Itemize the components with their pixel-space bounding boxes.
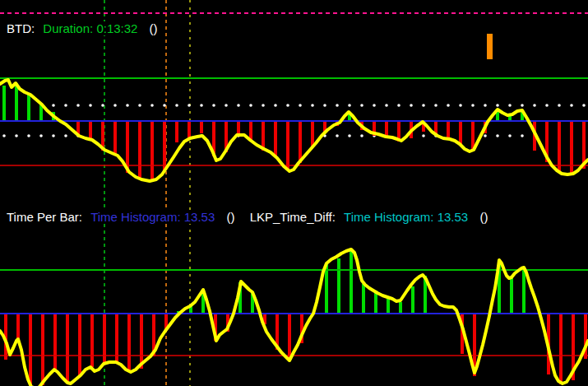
level-dot [348,134,351,137]
level-dot [299,104,302,107]
level-dot [27,134,30,137]
level-dot [360,104,363,107]
level-dot [410,104,413,107]
level-dot [262,104,265,107]
indicator-value: Duration: 0:13:32 [43,21,137,35]
indicator-suffix: () [150,21,158,35]
level-dot [163,104,166,107]
level-dot [422,104,425,107]
level-dot [582,104,586,107]
level-dot [323,104,326,107]
level-dot [212,104,215,107]
level-dot [348,104,351,107]
orange-marker [487,34,493,59]
level-dot [521,134,524,137]
indicator-name: LKP_Time_Diff: [250,210,336,224]
level-dot [360,134,363,137]
indicator-name: BTD: [7,21,35,35]
level-dot [2,134,6,137]
level-dot [533,104,536,107]
indicator-suffix: () [226,210,234,224]
indicator-name: Time Per Bar: [7,210,82,224]
level-dot [188,104,191,107]
level-dot [434,104,438,107]
level-dot [286,104,289,107]
level-dot [225,104,228,107]
level-dot [64,104,67,107]
level-dot [274,104,277,107]
level-dot [126,104,129,107]
level-dot [422,134,425,137]
level-dot [508,104,512,107]
level-dot [484,104,487,107]
indicator-suffix: () [479,210,488,224]
level-dot [336,104,339,107]
level-dot [311,104,314,107]
level-dot [249,104,252,107]
level-dot [471,104,475,107]
level-dot [52,134,55,137]
btd-indicator-label: BTD: Duration: 0:13:32 () [4,21,160,35]
level-dot [76,104,80,107]
chart-canvas[interactable] [0,0,588,386]
level-dot [39,134,43,137]
level-dot [558,104,561,107]
level-dot [237,104,240,107]
indicator-window: BTD: Duration: 0:13:32 () Time Per Bar: … [0,0,588,386]
indicator-value: Time Histogram: 13.53 [344,210,468,224]
level-dot [175,104,178,107]
level-dot [484,134,487,137]
level-dot [150,104,154,107]
level-dot [138,104,141,107]
level-dot [336,134,339,137]
level-dot [89,104,92,107]
level-dot [113,104,117,107]
level-dot [373,104,376,107]
level-dot [459,104,462,107]
level-dot [496,104,499,107]
level-dot [496,134,499,137]
level-dot [545,104,549,107]
level-dot [15,134,18,137]
time-histogram-labels: Time Per Bar: Time Histogram: 13.53 () L… [4,210,490,224]
level-dot [570,104,573,107]
level-dot [64,134,67,137]
level-dot [200,104,203,107]
level-dot [52,104,55,107]
indicator-value: Time Histogram: 13.53 [90,210,215,224]
level-dot [397,104,400,107]
level-dot [508,134,512,137]
level-dot [385,104,388,107]
level-dot [447,104,450,107]
level-dot [521,104,524,107]
level-dot [101,104,104,107]
